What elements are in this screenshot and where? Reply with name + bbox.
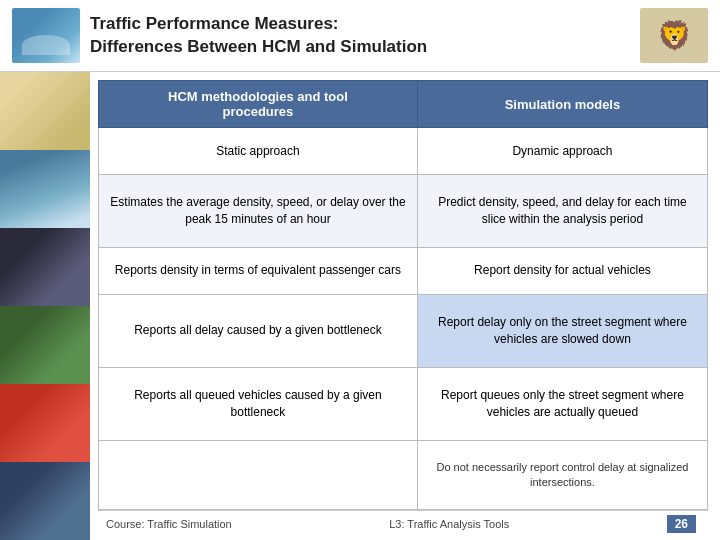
table-row: Estimates the average density, speed, or… <box>99 174 708 247</box>
col1-header: HCM methodologies and tool procedures <box>99 81 418 128</box>
sidebar-image-4 <box>0 306 90 384</box>
row4-col1: Reports all delay caused by a given bott… <box>99 294 418 367</box>
table-row: Static approach Dynamic approach <box>99 128 708 175</box>
row3-col2: Report density for actual vehicles <box>417 247 707 294</box>
footer-left: Course: Traffic Simulation <box>106 518 232 530</box>
row1-col1: Static approach <box>99 128 418 175</box>
row4-col2: Report delay only on the street segment … <box>417 294 707 367</box>
sidebar <box>0 72 90 540</box>
table-row: Reports all delay caused by a given bott… <box>99 294 708 367</box>
sidebar-image-2 <box>0 150 90 228</box>
row3-col1: Reports density in terms of equivalent p… <box>99 247 418 294</box>
row6-col2: Do not necessarily report control delay … <box>417 441 707 510</box>
header-logo <box>640 8 708 63</box>
footer-center: L3: Traffic Analysis Tools <box>389 518 509 530</box>
row5-col2: Report queues only the street segment wh… <box>417 367 707 440</box>
row6-col1 <box>99 441 418 510</box>
sidebar-image-5 <box>0 384 90 462</box>
row2-col1: Estimates the average density, speed, or… <box>99 174 418 247</box>
main-content: HCM methodologies and tool procedures Si… <box>0 72 720 540</box>
row2-col2: Predict density, speed, and delay for ea… <box>417 174 707 247</box>
page-number: 26 <box>667 515 696 533</box>
header-title: Traffic Performance Measures: Difference… <box>90 13 640 57</box>
comparison-table: HCM methodologies and tool procedures Si… <box>98 80 708 510</box>
page-header: Traffic Performance Measures: Difference… <box>0 0 720 72</box>
title-line2: Differences Between HCM and Simulation <box>90 37 427 56</box>
row1-col2: Dynamic approach <box>417 128 707 175</box>
header-image-left <box>12 8 80 63</box>
sidebar-image-6 <box>0 462 90 540</box>
sidebar-image-3 <box>0 228 90 306</box>
col2-header: Simulation models <box>417 81 707 128</box>
page-footer: Course: Traffic Simulation L3: Traffic A… <box>98 510 708 536</box>
title-line1: Traffic Performance Measures: <box>90 14 339 33</box>
row5-col1: Reports all queued vehicles caused by a … <box>99 367 418 440</box>
table-area: HCM methodologies and tool procedures Si… <box>90 72 720 540</box>
sidebar-image-1 <box>0 72 90 150</box>
table-row: Reports density in terms of equivalent p… <box>99 247 708 294</box>
table-row: Do not necessarily report control delay … <box>99 441 708 510</box>
table-row: Reports all queued vehicles caused by a … <box>99 367 708 440</box>
